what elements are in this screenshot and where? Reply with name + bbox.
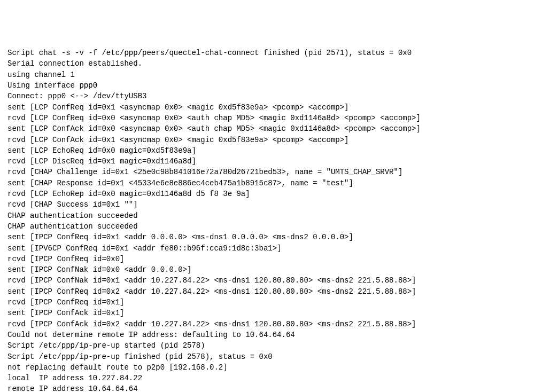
log-line: CHAP authentication succeeded	[7, 221, 551, 232]
log-line: sent [LCP ConfAck id=0x0 <asyncmap 0x0> …	[7, 123, 551, 134]
log-line: sent [IPV6CP ConfReq id=0x1 <addr fe80::…	[7, 243, 551, 254]
log-line: sent [IPCP ConfReq id=0x2 <addr 10.227.8…	[7, 286, 551, 297]
log-line: rcvd [IPCP ConfReq id=0x1]	[7, 297, 551, 308]
log-line: rcvd [LCP ConfReq id=0x0 <asyncmap 0x0> …	[7, 113, 551, 123]
terminal-output: Script chat -s -v -f /etc/ppp/peers/quec…	[7, 48, 551, 392]
log-line: sent [IPCP ConfReq id=0x1 <addr 0.0.0.0>…	[7, 232, 551, 242]
log-line: Could not determine remote IP address: d…	[7, 330, 551, 340]
log-line: rcvd [LCP DiscReq id=0x1 magic=0xd1146a8…	[7, 156, 551, 167]
log-line: Script /etc/ppp/ip-pre-up started (pid 2…	[7, 340, 551, 351]
log-line: rcvd [IPCP ConfNak id=0x1 <addr 10.227.8…	[7, 275, 551, 286]
log-line: local IP address 10.227.84.22	[7, 373, 551, 383]
log-line: not replacing default route to p2p0 [192…	[7, 362, 551, 373]
log-line: using channel 1	[7, 69, 551, 80]
log-line: rcvd [LCP ConfAck id=0x1 <asyncmap 0x0> …	[7, 135, 551, 145]
log-line: CHAP authentication succeeded	[7, 210, 551, 221]
log-line: Connect: ppp0 <--> /dev/ttyUSB3	[7, 91, 551, 101]
log-line: rcvd [LCP EchoRep id=0x0 magic=0xd1146a8…	[7, 189, 551, 199]
log-line: Script chat -s -v -f /etc/ppp/peers/quec…	[7, 48, 551, 58]
log-line: sent [IPCP ConfNak id=0x0 <addr 0.0.0.0>…	[7, 264, 551, 275]
log-line: rcvd [CHAP Challenge id=0x1 <25e0c98b841…	[7, 167, 551, 177]
log-line: sent [IPCP ConfAck id=0x1]	[7, 308, 551, 318]
log-line: sent [LCP EchoReq id=0x0 magic=0xd5f83e9…	[7, 145, 551, 156]
log-line: rcvd [IPCP ConfAck id=0x2 <addr 10.227.8…	[7, 319, 551, 330]
log-line: rcvd [IPCP ConfReq id=0x0]	[7, 254, 551, 264]
log-line: Using interface ppp0	[7, 80, 551, 91]
log-line: remote IP address 10.64.64.64	[7, 383, 551, 392]
log-line: sent [CHAP Response id=0x1 <45334e6e8e88…	[7, 178, 551, 189]
log-line: Serial connection established.	[7, 58, 551, 69]
log-line: rcvd [CHAP Success id=0x1 ""]	[7, 199, 551, 210]
log-line: Script /etc/ppp/ip-pre-up finished (pid …	[7, 351, 551, 362]
log-line: sent [LCP ConfReq id=0x1 <asyncmap 0x0> …	[7, 102, 551, 113]
